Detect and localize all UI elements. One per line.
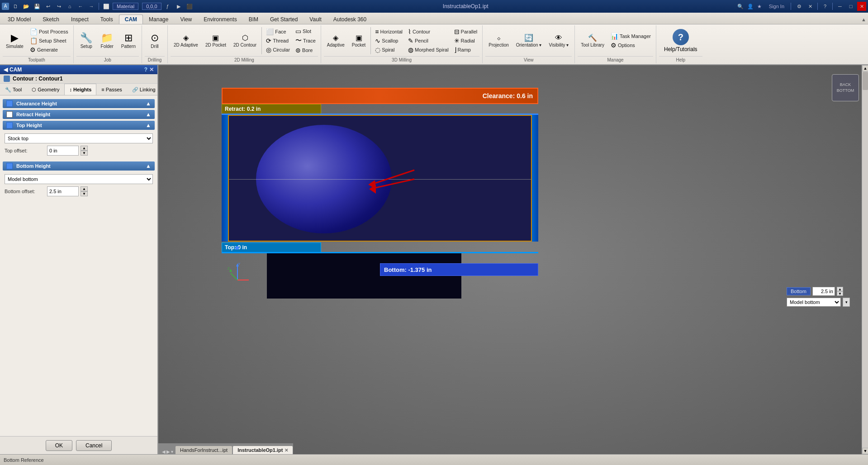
top-offset-input[interactable] (47, 146, 79, 156)
options-btn[interactable]: ⚙ Options (608, 41, 653, 50)
pocket-btn[interactable]: ▣ Pocket (349, 33, 369, 49)
post-process-btn[interactable]: 📄 Post Process (28, 27, 71, 36)
tab-3dmodel[interactable]: 3D Model (2, 14, 37, 24)
slot-btn[interactable]: ▭ Slot (293, 27, 318, 36)
top-offset-down[interactable]: ▼ (81, 151, 88, 156)
tab-tools[interactable]: Tools (95, 14, 119, 24)
tab-view[interactable]: View (174, 14, 198, 24)
tab-sketch[interactable]: Sketch (37, 14, 65, 24)
bottom-height-checkbox[interactable] (6, 163, 13, 169)
2d-pocket-btn[interactable]: ▣ 2D Pocket (202, 33, 229, 49)
circular-btn[interactable]: ◎ Circular (264, 45, 292, 54)
file-tab-instructable[interactable]: InstructableOp1.ipt ✕ (232, 446, 293, 454)
tab-cam[interactable]: CAM (119, 14, 143, 24)
tab-passes[interactable]: ≡ Passes (96, 84, 127, 95)
tab-bim[interactable]: BIM (243, 14, 264, 24)
setup-btn[interactable]: 🔧 Setup (76, 32, 96, 50)
bottom-offset-input[interactable] (47, 186, 79, 196)
tab-vault[interactable]: Vault (304, 14, 327, 24)
undo-btn[interactable]: ↩ (43, 2, 52, 11)
2d-contour-btn[interactable]: ⬡ 2D Contour (230, 33, 260, 49)
tab-menu-btn[interactable]: ▾ (171, 449, 173, 454)
fwd-btn[interactable]: → (87, 2, 96, 11)
view-cube-btn[interactable]: ⬜ (102, 2, 111, 11)
tab-left-btn[interactable]: ◀ (162, 449, 166, 454)
redo-btn[interactable]: ↪ (54, 2, 63, 11)
scallop-btn[interactable]: ∿ Scallop (373, 36, 405, 45)
vscroll-thumb[interactable] (863, 72, 868, 90)
parallel-btn[interactable]: ⊟ Parallel (452, 27, 480, 36)
tab-inspect[interactable]: Inspect (65, 14, 95, 24)
bv-bottom-input[interactable] (812, 287, 835, 296)
material-dropdown[interactable]: Material (113, 3, 138, 10)
morphed-spiral-btn[interactable]: ◍ Morphed Spiral (406, 45, 451, 54)
clearance-checkbox[interactable] (6, 100, 13, 107)
vscroll-up-btn[interactable]: ▲ (862, 65, 868, 71)
cam-header-question[interactable]: ? (144, 66, 147, 73)
home-btn[interactable]: ⌂ (65, 2, 74, 11)
cam-header-close[interactable]: ✕ (149, 66, 154, 73)
top-height-type-select[interactable]: Stock top Model top Selection Absolute (5, 133, 153, 143)
run-btn[interactable]: ▶ (174, 2, 183, 11)
vscroll-down-btn[interactable]: ▼ (862, 448, 868, 454)
tab-heights[interactable]: ↕ Heights (64, 84, 96, 95)
top-height-checkbox[interactable] (6, 122, 13, 128)
bore-btn[interactable]: ⊚ Bore (293, 46, 318, 55)
save-btn[interactable]: 💾 (33, 2, 42, 11)
bv-bottom-type-select[interactable]: Model bottom Model top Absolute (787, 298, 841, 307)
visibility-btn[interactable]: 👁 Visibility ▾ (545, 33, 572, 49)
clearance-collapse-arrow[interactable]: ▲ (146, 100, 151, 107)
tab-autodesk360[interactable]: Autodesk 360 (327, 14, 372, 24)
file-tab-hands[interactable]: HandsForInstruct...ipt (175, 446, 232, 454)
projection-btn[interactable]: ⬦ Projection (485, 33, 512, 49)
generate-btn[interactable]: ⚙ Generate (28, 45, 71, 54)
ribbon-expand-btn[interactable]: ▲ (859, 16, 868, 23)
pattern-btn[interactable]: ⊞ Pattern (118, 32, 139, 50)
maximize-btn[interactable]: □ (846, 2, 855, 11)
stop-btn[interactable]: ⬛ (185, 2, 194, 11)
clearance-height-section[interactable]: Clearance Height ▲ (3, 99, 155, 108)
retract-collapse-arrow[interactable]: ▲ (146, 111, 151, 118)
top-height-collapse-arrow[interactable]: ▲ (146, 122, 151, 128)
ramp-btn[interactable]: ⌋ Ramp (452, 45, 480, 54)
top-offset-up[interactable]: ▲ (81, 146, 88, 151)
pencil-btn[interactable]: ✎ Pencil (406, 36, 451, 45)
bv-dropdown-btn[interactable]: ▾ (843, 298, 850, 307)
face-btn[interactable]: ⬜ Face (264, 27, 292, 36)
folder-btn[interactable]: 📁 Folder (97, 32, 117, 50)
2d-adaptive-btn[interactable]: ◈ 2D Adaptive (171, 33, 201, 49)
tab-geometry[interactable]: ⬡ Geometry (27, 84, 64, 95)
bottom-offset-down[interactable]: ▼ (81, 191, 88, 196)
ok-btn[interactable]: OK (46, 440, 72, 451)
help-icon-btn[interactable]: ? (821, 2, 830, 11)
minimize-btn[interactable]: ─ (835, 2, 844, 11)
setup-sheet-btn[interactable]: 📋 Setup Sheet (28, 36, 71, 45)
horizontal-btn[interactable]: ≡ Horizontal (373, 27, 405, 36)
retract-height-section[interactable]: Retract Height ▲ (3, 110, 155, 119)
bottom-height-collapse-arrow[interactable]: ▲ (146, 163, 151, 169)
settings-btn[interactable]: ⚙ (795, 2, 804, 11)
tab-close-btn[interactable]: ✕ (285, 448, 288, 453)
radial-btn[interactable]: ✳ Radial (452, 36, 480, 45)
back-btn[interactable]: ← (76, 2, 85, 11)
help-tutorials-btn[interactable]: ? Help/Tutorials (659, 27, 702, 55)
formula-btn[interactable]: ƒ (163, 2, 172, 11)
bottom-offset-up[interactable]: ▲ (81, 186, 88, 191)
tab-tool[interactable]: 🔧 Tool (0, 84, 27, 95)
simulate-btn[interactable]: ▶ Simulate (3, 32, 27, 50)
nav-cube[interactable]: BACKBOTTOM (832, 74, 859, 101)
thread-btn[interactable]: ⟳ Thread (264, 36, 292, 45)
drill-btn[interactable]: ⊙ Drill (145, 32, 165, 50)
tab-environments[interactable]: Environments (198, 14, 242, 24)
signin-btn[interactable]: Sign In (766, 2, 787, 11)
bv-bottom-up[interactable]: ▲ (837, 287, 843, 291)
open-btn[interactable]: 📂 (22, 2, 31, 11)
bottom-height-section[interactable]: Bottom Height ▲ (3, 161, 155, 171)
new-btn[interactable]: 🗋 (11, 2, 20, 11)
task-manager-btn[interactable]: 📊 Task Manager (608, 32, 653, 41)
cancel-btn[interactable]: Cancel (76, 440, 112, 451)
adaptive-btn[interactable]: ◈ Adaptive (324, 33, 348, 49)
tool-library-btn[interactable]: 🔨 Tool Library (578, 33, 607, 49)
tab-getstarted[interactable]: Get Started (264, 14, 304, 24)
tab-linking[interactable]: 🔗 Linking (127, 84, 161, 95)
